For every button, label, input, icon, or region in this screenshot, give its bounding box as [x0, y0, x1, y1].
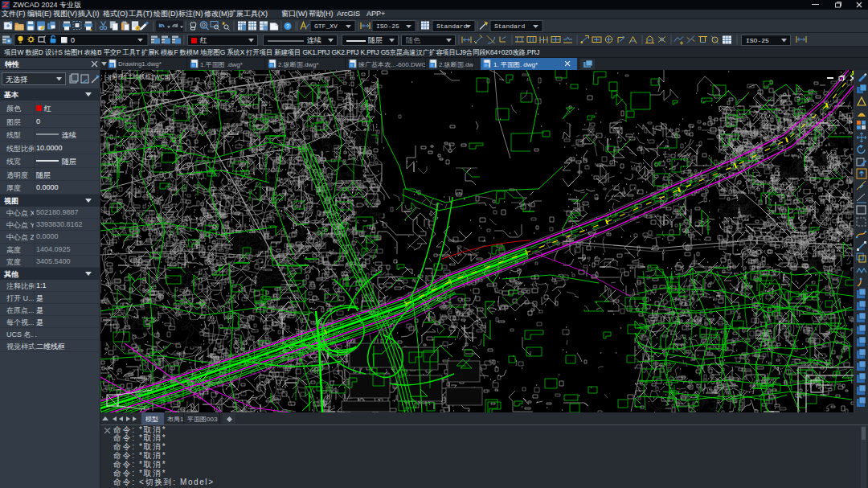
svg-text:?: ?	[286, 23, 289, 29]
svg-text:Standard: Standard	[436, 23, 468, 30]
svg-text:ISO-25: ISO-25	[376, 23, 399, 30]
svg-text:Standard: Standard	[494, 23, 526, 30]
svg-text:GTF_XV: GTF_XV	[314, 23, 338, 30]
